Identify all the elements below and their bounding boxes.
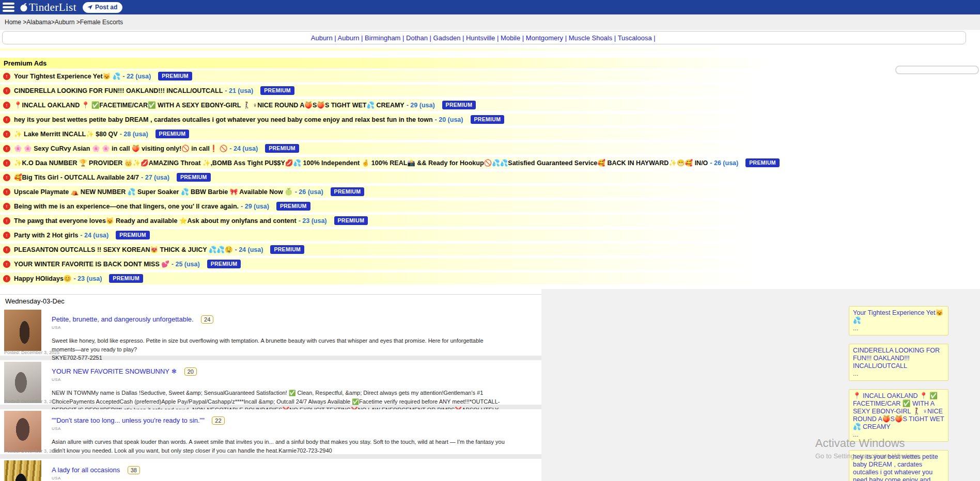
premium-badge[interactable]: PREMIUM [334,216,368,225]
city-separator: | [460,34,466,42]
city-separator: | [495,34,501,42]
listing-title-link[interactable]: YOUR NEW FAVORITE SNOWBUNNY ❄ [52,367,177,375]
premium-ad-title[interactable]: hey its your best wettes petite baby DRE… [14,116,433,123]
premium-badge[interactable]: PREMIUM [471,115,505,124]
premium-badge[interactable]: PREMIUM [745,158,780,167]
listing-thumbnail[interactable] [4,460,41,481]
premium-ad-title[interactable]: YOUR WINTER FAVORITE IS BACK DONT MISS 💕 [14,260,169,268]
search-city-bar[interactable]: Auburn | Auburn | Birmingham | Dothan | … [2,31,966,44]
listing-row: YOUR NEW FAVORITE SNOWBUNNY ❄ 20 USA NEW… [0,360,541,405]
sidebar-ad-ellipsis[interactable]: ... [853,370,944,378]
listing-title-link[interactable]: Petite, brunette, and dangerously unforg… [52,315,194,323]
premium-ad-title[interactable]: The pawg that everyone loves😼 Ready and … [14,217,297,225]
city-link-montgomery[interactable]: Montgomery [526,34,563,42]
listing-thumbnail[interactable] [4,362,41,403]
city-link-muscle-shoals[interactable]: Muscle Shoals [569,34,613,42]
listing-row: A lady for all occasions 38 USA [0,459,541,481]
premium-ad-age: - 25 (usa) [172,261,200,268]
premium-ad-title[interactable]: 🥰Big Tits Girl - OUTCALL Available 24/7 [14,173,139,181]
city-link-auburn[interactable]: Auburn [311,34,333,42]
date-header: Wednesday-03-Dec [0,294,541,308]
premium-ad-age: - 24 (usa) [80,232,108,239]
sidebar-ad-title-link[interactable]: Your Tightest Experience Yet😼 💦 [853,309,944,325]
premium-ad-row: ↑ YOUR WINTER FAVORITE IS BACK DONT MISS… [0,258,812,270]
listing-country-label: USA [52,325,541,330]
premium-ad-title[interactable]: 📍INCALL OAKLAND 📍 ✅FACETIME/CAR✅ WITH A … [14,101,405,109]
premium-ad-title[interactable]: PLEASANTON OUTCALLS !! SEXY KOREAN😻 THIC… [14,246,233,253]
premium-ad-row: ↑ Being with me is an experience—one tha… [0,200,812,212]
bump-up-icon: ↑ [3,261,10,268]
listing-separator [0,454,541,459]
sidebar-ad-ellipsis[interactable]: ... [853,325,944,332]
premium-badge[interactable]: PREMIUM [265,144,299,153]
premium-badge[interactable]: PREMIUM [207,260,241,268]
premium-ad-title[interactable]: ✨ Lake Merritt INCALL✨ $80 QV [14,130,118,138]
premium-badge[interactable]: PREMIUM [260,86,294,95]
listing-row: Petite, brunette, and dangerously unforg… [0,308,541,356]
city-link-huntsville[interactable]: Huntsville [466,34,495,42]
premium-ad-title[interactable]: Party with 2 Hot girls [14,232,78,239]
premium-badge[interactable]: PREMIUM [116,231,150,239]
premium-ad-row: ↑ Upscale Playmate ⛺ NEW NUMBER 💦 Super … [0,186,812,198]
premium-ad-title[interactable]: ✨K.O Daa NUMBER 🏆 PROVIDER 👑✨💋AMAZING Th… [14,159,708,167]
premium-badge[interactable]: PREMIUM [177,173,211,182]
sidebar-ad-ellipsis[interactable]: ... [853,431,944,439]
listing-description: Asian allure with curves that speak loud… [52,438,506,455]
premium-ad-row: ↑ PLEASANTON OUTCALLS !! SEXY KOREAN😻 TH… [0,244,812,255]
tinderlist-logo[interactable]: TinderList [20,1,76,14]
bump-up-icon: ↑ [3,188,10,196]
city-separator: | [359,34,365,42]
listing-thumbnail[interactable] [4,411,41,452]
scroll-pill[interactable] [895,66,979,74]
city-link-gadsden[interactable]: Gadsden [433,34,461,42]
bump-up-icon: ↑ [3,87,10,94]
bump-up-icon: ↑ [3,73,10,80]
city-link-auburn[interactable]: Auburn [338,34,360,42]
premium-badge[interactable]: PREMIUM [270,245,304,254]
listing-content: A lady for all occasions 38 USA [52,459,541,480]
listing-thumbnail[interactable] [4,310,41,351]
premium-badge[interactable]: PREMIUM [331,187,365,196]
city-link-mobile[interactable]: Mobile [501,34,520,42]
premium-ad-row: ↑ ✨ Lake Merritt INCALL✨ $80 QV - 28 (us… [0,128,812,140]
brand-name: TinderList [29,1,76,14]
premium-ad-title[interactable]: Your Tightest Experience Yet😼 💦 [14,72,120,80]
premium-ad-row: ↑ Party with 2 Hot girls - 24 (usa) PREM… [0,229,812,241]
premium-ad-row: ↑ hey its your best wettes petite baby D… [0,114,812,125]
city-link-birmingham[interactable]: Birmingham [365,34,400,42]
bump-up-icon: ↑ [3,246,10,253]
premium-ad-title[interactable]: Happy HOlidays😊 [14,275,71,282]
premium-badge[interactable]: PREMIUM [109,274,143,283]
sidebar-ad-box: Your Tightest Experience Yet😼 💦 ... [849,306,948,335]
post-ad-button[interactable]: Post ad [83,2,122,13]
listing-age-badge: 20 [184,367,197,376]
bump-up-icon: ↑ [3,131,10,138]
premium-badge[interactable]: PREMIUM [276,202,310,211]
bump-up-icon: ↑ [3,145,10,152]
premium-badge[interactable]: PREMIUM [155,130,190,138]
listing-title-link[interactable]: A lady for all occasions [52,466,120,474]
listing-posted-date: Posted: December 3, 2025 [4,399,59,404]
sidebar-ad-title-link[interactable]: 📍 INCALL OAKLAND 📍 ✅ FACETIME/CAR ✅ WITH… [853,392,944,431]
city-link-tuscaloosa[interactable]: Tuscaloosa [618,34,652,42]
premium-ad-title[interactable]: CINDERELLA LOOKING FOR FUN!!! OAKLAND!!!… [14,87,223,94]
premium-badge[interactable]: PREMIUM [442,101,476,109]
premium-ad-title[interactable]: Being with me is an experience—one that … [14,203,239,210]
city-separator: | [428,34,433,42]
premium-ad-title[interactable]: Upscale Playmate ⛺ NEW NUMBER 💦 Super So… [14,188,293,196]
hamburger-menu-icon[interactable] [3,1,14,13]
listings-column: Petite, brunette, and dangerously unforg… [0,308,541,481]
breadcrumb[interactable]: Home >Alabama>Auburn >Female Escorts [0,14,980,30]
premium-badge[interactable]: PREMIUM [158,72,192,81]
listing-posted-date: Posted: December 3, 2025 [4,350,59,355]
premium-ad-row: ↑ CINDERELLA LOOKING FOR FUN!!! OAKLAND!… [0,85,812,97]
sidebar-ad-title-link[interactable]: hey its your best wettes petite baby DRE… [853,453,944,481]
city-link-dothan[interactable]: Dothan [406,34,428,42]
premium-ad-age: - 29 (usa) [241,203,269,210]
listing-title-link[interactable]: ""Don't stare too long... unless you're … [52,416,205,424]
city-separator: | [563,34,569,42]
premium-ad-title[interactable]: 🌸 🌸 Sexy CuRvy Asian 🌸 🌸 in call 🍑 visit… [14,145,227,152]
sidebar-ad-title-link[interactable]: CINDERELLA LOOKING FOR FUN!!! OAKLAND!!!… [853,347,944,370]
premium-ad-age: - 28 (usa) [120,131,148,138]
sidebar-ad-box: 📍 INCALL OAKLAND 📍 ✅ FACETIME/CAR ✅ WITH… [849,389,948,442]
